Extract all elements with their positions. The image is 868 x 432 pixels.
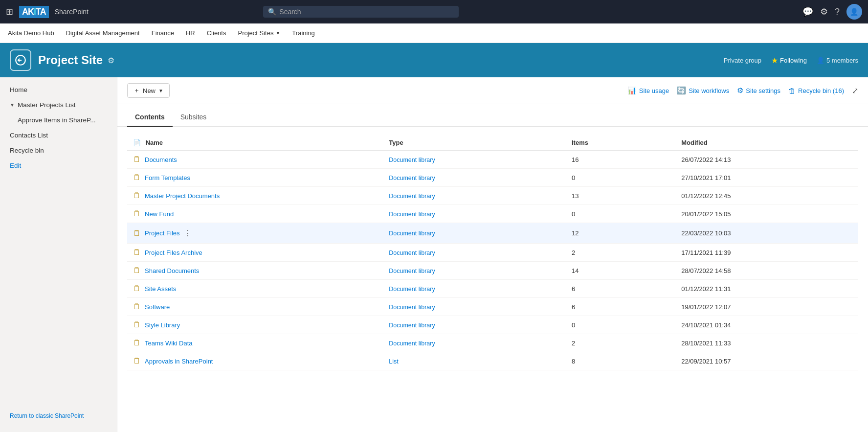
type-link[interactable]: Document library: [389, 211, 435, 218]
site-settings-button[interactable]: ⚙ Site settings: [737, 86, 780, 95]
modified-date: 22/09/2021 10:57: [675, 352, 858, 370]
modified-date: 28/07/2022 14:58: [675, 262, 858, 280]
modified-date: 22/03/2022 10:03: [675, 223, 858, 244]
search-input[interactable]: [279, 8, 454, 16]
doc-icon: 🗒: [133, 248, 141, 257]
site-gear-icon[interactable]: ⚙: [108, 56, 114, 65]
doc-icon: 🗒: [133, 191, 141, 200]
tab-subsites[interactable]: Subsites: [173, 108, 215, 127]
members-button[interactable]: 👤 5 members: [817, 57, 858, 64]
doc-icon: 🗒: [133, 320, 141, 329]
type-link[interactable]: Document library: [389, 322, 435, 329]
items-count: 6: [566, 280, 675, 298]
items-count: 14: [566, 262, 675, 280]
nav-akita-demo-hub[interactable]: Akita Demo Hub: [8, 29, 54, 37]
table-row: 🗒 Site Assets Document library601/12/202…: [127, 280, 858, 298]
type-link[interactable]: Document library: [389, 157, 435, 163]
tab-contents[interactable]: Contents: [127, 108, 173, 127]
type-link[interactable]: Document library: [389, 175, 435, 182]
type-link[interactable]: Document library: [389, 250, 435, 256]
type-link[interactable]: Document library: [389, 286, 435, 293]
private-group-label: Private group: [724, 57, 761, 64]
item-name-text[interactable]: Software: [145, 303, 170, 311]
item-name-text[interactable]: Documents: [145, 156, 177, 163]
new-button[interactable]: ＋ New ▼: [127, 83, 170, 98]
table-row: 🗒 Software Document library619/01/2022 1…: [127, 298, 858, 316]
item-name-text[interactable]: Project Files Archive: [145, 249, 202, 256]
items-count: 0: [566, 169, 675, 187]
content-toolbar: ＋ New ▼ 📊 Site usage 🔄 Site workflows ⚙ …: [117, 77, 868, 104]
sidebar-item-edit[interactable]: Edit: [0, 158, 117, 173]
item-name-text[interactable]: Style Library: [145, 321, 180, 329]
item-name-text[interactable]: Project Files: [145, 229, 180, 237]
item-name-text[interactable]: Shared Documents: [145, 267, 199, 274]
members-label: 5 members: [826, 57, 858, 64]
grid-menu-icon[interactable]: ⊞: [6, 6, 13, 17]
col-header-items: Items: [566, 135, 675, 151]
person-icon: 👤: [817, 57, 824, 64]
item-name-text[interactable]: Approvals in SharePoint: [145, 358, 213, 365]
items-count: 6: [566, 298, 675, 316]
main-area: Home ▼ Master Projects List Approve Item…: [0, 77, 868, 432]
expand-icon[interactable]: ⤢: [852, 86, 858, 95]
type-link[interactable]: Document library: [389, 304, 435, 311]
sidebar-item-contacts[interactable]: Contacts List: [0, 128, 117, 143]
following-button[interactable]: ★ Following: [771, 56, 807, 65]
modified-date: 20/01/2022 15:05: [675, 205, 858, 223]
item-name-text[interactable]: Form Templates: [145, 174, 190, 182]
sidebar-item-recycle-bin[interactable]: Recycle bin: [0, 143, 117, 158]
items-count: 12: [566, 223, 675, 244]
item-name-cell: 🗒 Project Files ⋮: [133, 227, 377, 239]
avatar[interactable]: 👤: [846, 4, 862, 20]
tabs-row: Contents Subsites: [117, 108, 868, 127]
nav-training[interactable]: Training: [292, 29, 314, 37]
modified-date: 28/10/2021 11:33: [675, 334, 858, 352]
item-name-cell: 🗒 Site Assets: [133, 284, 377, 293]
refresh-icon: 🔄: [677, 86, 686, 95]
table-row: 🗒 Master Project Documents Document libr…: [127, 187, 858, 205]
type-link[interactable]: Document library: [389, 193, 435, 200]
site-title: Project Site: [38, 53, 103, 67]
item-name-text[interactable]: Master Project Documents: [145, 192, 220, 200]
table-row: 🗒 Project Files ⋮ Document library1222/0…: [127, 223, 858, 244]
item-name-text[interactable]: Site Assets: [145, 285, 176, 293]
logo-area: AKITA SharePoint: [19, 6, 89, 18]
item-name-text[interactable]: Teams Wiki Data: [145, 340, 193, 347]
item-name-cell: 🗒 Documents: [133, 155, 377, 164]
recycle-bin-label: Recycle bin (16): [798, 87, 844, 94]
type-link[interactable]: Document library: [389, 268, 435, 274]
type-link[interactable]: List: [389, 358, 398, 365]
modified-date: 01/12/2022 11:31: [675, 280, 858, 298]
item-name-cell: 🗒 Approvals in SharePoint: [133, 357, 377, 365]
type-link[interactable]: Document library: [389, 340, 435, 347]
settings-icon[interactable]: ⚙: [820, 6, 828, 17]
site-header: Project Site ⚙ Private group ★ Following…: [0, 43, 868, 77]
table-area: 📄 Name Type Items Modified 🗒 Documents D…: [117, 127, 868, 432]
table-row: 🗒 Style Library Document library024/10/2…: [127, 316, 858, 334]
nav-finance[interactable]: Finance: [152, 29, 174, 37]
nav-project-sites[interactable]: Project Sites ▼: [238, 29, 280, 37]
return-classic-link[interactable]: Return to classic SharePoint: [10, 412, 84, 419]
item-name-text[interactable]: New Fund: [145, 210, 174, 218]
recycle-bin-button[interactable]: 🗑 Recycle bin (16): [788, 87, 844, 95]
more-options-button[interactable]: ⋮: [182, 227, 194, 239]
message-icon[interactable]: 💬: [802, 6, 813, 17]
nav-hr[interactable]: HR: [186, 29, 195, 37]
sidebar-item-master-projects[interactable]: ▼ Master Projects List: [0, 97, 117, 113]
help-icon[interactable]: ?: [835, 7, 840, 17]
search-bar[interactable]: 🔍: [263, 6, 459, 18]
nav-digital-asset[interactable]: Digital Asset Management: [66, 29, 140, 37]
site-usage-button[interactable]: 📊 Site usage: [627, 86, 669, 95]
doc-icon: 🗒: [133, 339, 141, 347]
items-count: 0: [566, 205, 675, 223]
sidebar-item-home[interactable]: Home: [0, 82, 117, 97]
site-workflows-button[interactable]: 🔄 Site workflows: [677, 86, 729, 95]
nav-clients[interactable]: Clients: [207, 29, 226, 37]
item-name-cell: 🗒 Software: [133, 302, 377, 311]
type-link[interactable]: Document library: [389, 230, 435, 237]
sidebar-item-approve[interactable]: Approve Items in ShareP...: [0, 113, 117, 128]
site-usage-label: Site usage: [639, 87, 669, 94]
doc-icon: 🗒: [133, 302, 141, 311]
chart-icon: 📊: [627, 86, 637, 95]
site-settings-label: Site settings: [746, 87, 780, 94]
